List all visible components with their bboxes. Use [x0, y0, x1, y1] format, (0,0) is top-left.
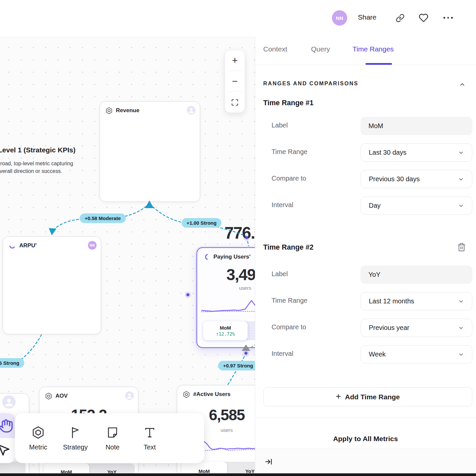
chevron-up-icon: [459, 81, 466, 88]
select-tool[interactable]: [0, 438, 15, 463]
time-range-select[interactable]: Last 12 months: [360, 292, 472, 310]
spinner-arc-icon: [202, 253, 210, 261]
toolbar-metric-button[interactable]: Metric: [20, 417, 57, 459]
field-label: Label: [272, 121, 288, 129]
chevron-down-icon: [458, 150, 464, 156]
label-input-value: YoY: [368, 271, 380, 278]
field-label: Compare to: [272, 175, 306, 182]
divider: [255, 65, 476, 65]
copy-link-button[interactable]: [396, 14, 405, 23]
share-button[interactable]: Share: [358, 13, 376, 21]
toolbar-note-button[interactable]: Note: [94, 417, 131, 459]
correlation-badge[interactable]: +0.97 Strong: [218, 361, 258, 370]
select-value: Last 30 days: [369, 149, 406, 156]
collapse-panel-button[interactable]: [265, 457, 273, 466]
add-time-range-label: Add Time Range: [345, 393, 400, 401]
field-label: Time Range: [272, 297, 307, 304]
link-icon: [396, 14, 405, 23]
tab-context[interactable]: Context: [263, 45, 287, 53]
tool-label: Text: [144, 443, 156, 451]
collapse-section-button[interactable]: [459, 81, 466, 88]
tool-label: Note: [106, 443, 119, 451]
trash-icon: [457, 243, 466, 252]
apply-to-all-metrics-button[interactable]: Apply to All Metrics: [255, 435, 476, 443]
field-label: Label: [272, 270, 288, 278]
level-annotation-title: Level 1 (Strategic KPIs): [0, 146, 75, 154]
tab-time-ranges[interactable]: Time Ranges: [353, 45, 394, 53]
field-label: Interval: [272, 201, 293, 209]
interval-select[interactable]: Day: [360, 197, 472, 215]
toggle-label: YoY: [245, 468, 255, 474]
zoom-fit-button[interactable]: [225, 92, 245, 113]
owner-avatar: [125, 391, 134, 400]
select-value: Last 12 months: [369, 297, 414, 305]
fullscreen-icon: [231, 99, 239, 106]
compare-to-select[interactable]: Previous year: [360, 319, 472, 337]
hexagon-metric-icon: [45, 392, 52, 400]
level-annotation-description: Broad, top-level metric capturing overal…: [0, 160, 80, 175]
card-title: Revenue: [116, 107, 139, 114]
hexagon-metric-icon: [105, 107, 113, 115]
card-title: AOV: [55, 393, 68, 399]
select-value: Previous year: [369, 324, 409, 332]
field-label: Compare to: [272, 323, 306, 331]
hexagon-metric-icon: [31, 426, 45, 439]
metric-unit: users: [239, 285, 251, 291]
add-time-range-button[interactable]: + Add Time Range: [263, 387, 472, 406]
time-range-select[interactable]: Last 30 days: [360, 143, 472, 162]
toggle-mom[interactable]: MoM ↑12.72%: [203, 321, 248, 340]
hand-tool-selected[interactable]: [0, 413, 15, 438]
label-input-value: MoM: [368, 122, 383, 130]
panel-divider: [255, 37, 255, 476]
toggle-label: MoM: [220, 325, 231, 331]
card-title: #Active Users: [193, 391, 230, 398]
owner-avatar: [2, 395, 16, 409]
canvas-tool-column: [0, 413, 15, 463]
correlation-badge[interactable]: 66 Strong: [0, 358, 24, 368]
section-ranges-and-comparisons: RANGES AND COMPARISONS: [263, 80, 358, 87]
hexagon-metric-icon: [183, 391, 190, 398]
correlation-badge[interactable]: +1.00 Strong: [182, 218, 221, 228]
chevron-down-icon: [458, 298, 464, 304]
toolbar-text-button[interactable]: Text: [131, 417, 168, 459]
hand-icon: [0, 419, 13, 433]
tab-query[interactable]: Query: [311, 45, 330, 53]
app-window: Level 1 (Strategic KPIs) Broad, top-leve…: [0, 0, 476, 476]
favorite-button[interactable]: [419, 13, 429, 23]
chevron-down-icon: [458, 203, 464, 209]
compare-to-select[interactable]: Previous 30 days: [360, 170, 472, 188]
user-avatar[interactable]: NN: [332, 10, 347, 26]
note-icon: [106, 426, 119, 439]
owner-avatar-nn: NN: [88, 241, 97, 250]
inspector-panel: Context Query Time Ranges RANGES AND COM…: [255, 0, 476, 476]
toggle-label: MoM: [198, 468, 210, 474]
correlation-badge[interactable]: +0.58 Moderate: [80, 213, 126, 223]
tool-label: Strategy: [63, 443, 88, 451]
metric-card-revenue[interactable]: Revenue 776.8K MoM ↑31.57% YoY ↑180.7%: [100, 101, 200, 202]
metric-card-arpu[interactable]: ARPU' NN 222.5 per user MoM ↑16.72% YoY …: [3, 236, 101, 334]
flag-icon: [68, 426, 82, 439]
interval-select[interactable]: Week: [360, 345, 472, 363]
card-title: Paying Users': [213, 254, 251, 260]
plus-icon: +: [336, 391, 341, 402]
zoom-out-button[interactable]: −: [225, 71, 245, 92]
label-input[interactable]: MoM: [360, 117, 472, 135]
delete-time-range-button[interactable]: [457, 243, 466, 252]
chevron-down-icon: [458, 325, 464, 331]
arrow-to-bar-icon: [265, 457, 273, 466]
chevron-down-icon: [458, 352, 464, 357]
label-input[interactable]: YoY: [360, 266, 472, 284]
field-label: Time Range: [272, 148, 307, 156]
window-bottom-edge: [0, 473, 476, 476]
more-options-button[interactable]: [443, 17, 453, 19]
divider: [255, 418, 476, 418]
spinner-arc-icon: [8, 242, 16, 250]
select-value: Day: [369, 202, 381, 209]
active-tab-underline: [365, 63, 392, 65]
owner-avatar: [187, 106, 196, 115]
time-range-1-title: Time Range #1: [263, 99, 313, 107]
panel-footer: [255, 449, 476, 473]
toolbar-strategy-button[interactable]: Strategy: [57, 417, 94, 459]
zoom-in-button[interactable]: +: [225, 50, 245, 71]
canvas-toolbar: Metric Strategy Note Text: [15, 413, 204, 463]
